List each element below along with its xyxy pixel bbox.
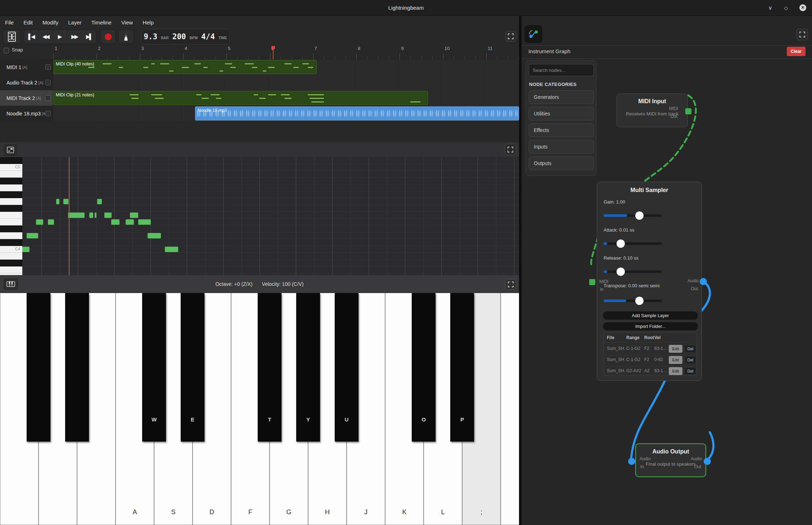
slider-thumb[interactable] [617,268,625,276]
play-button[interactable]: ▶ [53,30,67,44]
piano-roll-expand-button[interactable] [505,144,516,155]
midi-note[interactable] [111,219,119,225]
delete-layer-button[interactable]: Del [685,345,696,353]
fast-forward-button[interactable]: ▶▶ [67,30,82,44]
transpose-slider[interactable] [604,300,662,302]
menu-item-file[interactable]: File [5,19,14,26]
port-audio-out[interactable] [704,458,711,465]
clip-midi-clip-21-notes[interactable]: MIDI Clip (21 notes) [53,91,428,105]
piano-roll-grid[interactable] [22,157,519,275]
menu-item-layer[interactable]: Layer [68,19,82,26]
roll-key[interactable] [0,178,22,184]
roll-key[interactable] [0,205,22,212]
midi-note[interactable] [36,219,43,225]
midi-note[interactable] [97,199,102,204]
midi-note[interactable] [148,233,161,238]
menu-item-help[interactable]: Help [143,19,154,26]
roll-key[interactable] [0,266,22,273]
piano-key-black[interactable] [27,293,50,442]
clip-midi-clip-40-notes[interactable]: MIDI Clip (40 notes) [53,60,317,74]
roll-key[interactable] [0,212,22,219]
keyboard-expand-button[interactable] [505,279,516,290]
midi-note[interactable] [48,219,54,225]
timeline-ruler[interactable]: Snap1234567891011 [0,45,519,59]
roll-key[interactable] [0,157,22,164]
midi-note[interactable] [89,213,93,218]
param-slider-release[interactable] [604,270,662,273]
midi-note[interactable] [56,199,59,204]
panel-divider[interactable] [519,16,522,525]
piano-key-black-o[interactable]: O [412,293,436,442]
port-midi-out[interactable] [685,108,691,114]
menu-item-timeline[interactable]: Timeline [91,19,112,26]
port-audio-out[interactable] [700,278,707,285]
import-folder-button[interactable]: Import Folder... [603,322,698,330]
roll-key[interactable] [0,184,22,191]
roll-playhead[interactable] [69,157,69,275]
roll-key[interactable] [0,260,22,266]
midi-note[interactable] [126,219,134,225]
menu-item-modify[interactable]: Modify [42,19,58,26]
midi-note[interactable] [27,233,38,238]
midi-note[interactable] [130,213,138,218]
roll-key[interactable] [0,232,22,239]
port-midi-in[interactable] [589,279,595,285]
roll-key-c4[interactable]: C4 [0,246,22,253]
midi-note[interactable] [68,213,85,218]
track-checkbox[interactable]: - [45,80,51,85]
param-slider-gain[interactable] [604,214,662,217]
track-lane-midi-track-2[interactable]: MIDI Clip (21 notes) [53,90,519,106]
piano-key-black-e[interactable]: E [181,293,204,442]
track-checkbox[interactable]: - [45,95,51,101]
minimize-icon[interactable]: ∨ [767,4,774,12]
node-audio-output[interactable]: Audio Output Final output to speakers Au… [635,443,706,477]
menu-item-edit[interactable]: Edit [23,19,33,26]
roll-key-c5[interactable]: C5 [0,164,22,171]
skip-start-button[interactable]: ▌◀ [24,30,39,44]
roll-key[interactable] [0,239,22,246]
midi-note[interactable] [165,247,178,252]
midi-note[interactable] [95,213,96,218]
roll-key[interactable] [0,225,22,232]
rewind-button[interactable]: ◀◀ [39,30,53,44]
piano-key-black-u[interactable]: U [335,293,358,442]
snap-checkbox[interactable] [4,48,9,53]
track-checkbox[interactable]: - [45,111,51,116]
track-header-noodle-18-mp3[interactable]: Noodle 18.mp3[A]- [0,106,53,121]
track-header-midi-1[interactable]: MIDI 1[A]- [0,59,53,75]
roll-key[interactable] [0,191,22,198]
film-mode-button[interactable] [3,29,21,44]
track-header-audio-track-2[interactable]: Audio Track 2[A]- [0,75,53,90]
piano-key-black-p[interactable]: P [450,293,474,442]
track-checkbox[interactable]: - [45,64,51,70]
slider-thumb[interactable] [617,239,625,248]
slider-thumb[interactable] [635,297,644,305]
skip-end-button[interactable]: ▶▌ [82,30,96,44]
edit-layer-button[interactable]: Edit [669,367,682,375]
piano-roll[interactable]: C5C4 [0,157,519,275]
roll-key[interactable] [0,219,22,225]
piano-key-black-t[interactable]: T [258,293,281,442]
midi-note[interactable] [138,219,151,225]
piano-key-black-y[interactable]: Y [296,293,320,442]
piano-roll-view-button[interactable] [3,143,18,156]
record-button[interactable] [100,29,116,44]
piano-key-black[interactable] [65,293,89,442]
clip-noodle-18-mp3[interactable]: Noodle 18.mp3 [195,106,519,120]
roll-key[interactable] [0,253,22,260]
add-sample-layer-button[interactable]: Add Sample Layer [603,311,698,320]
delete-layer-button[interactable]: Del [685,367,696,375]
delete-layer-button[interactable]: Del [685,356,696,364]
close-icon[interactable]: ✕ [799,4,806,11]
maximize-icon[interactable]: ◇ [782,4,790,12]
port-audio-in[interactable] [628,458,635,465]
track-header-midi-track-2[interactable]: MIDI Track 2[A]- [0,90,53,106]
piano-roll-key-column[interactable]: C5C4 [0,157,22,275]
timeline-playhead[interactable] [273,46,274,59]
roll-key[interactable] [0,171,22,178]
menu-item-view[interactable]: View [121,19,133,26]
metronome-button[interactable] [118,29,134,44]
roll-key[interactable] [0,198,22,205]
midi-note[interactable] [63,199,68,204]
edit-layer-button[interactable]: Edit [669,356,682,364]
